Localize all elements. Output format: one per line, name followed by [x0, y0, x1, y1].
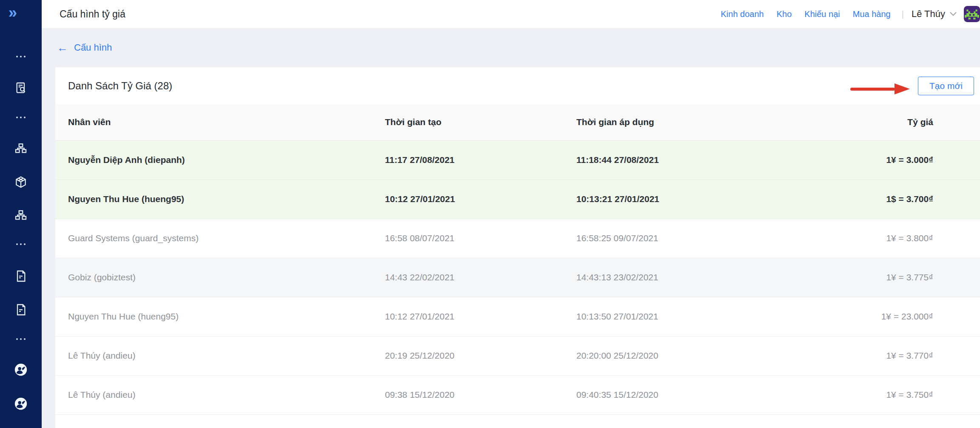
cell-applied: 10:13:50 27/01/2021: [576, 297, 802, 336]
cell-applied: 20:20:00 25/12/2020: [576, 336, 802, 375]
sidebar-item-box-icon[interactable]: [0, 173, 42, 191]
rates-table: Nhân viênThời gian tạoThời gian áp dụngT…: [55, 104, 980, 415]
cell-rate: 1¥ = 3.775₫: [802, 258, 980, 297]
sidebar-item-user-badge-icon[interactable]: [0, 394, 42, 413]
cell-created: 10:12 27/01/2021: [385, 297, 576, 336]
content-area: ← Cấu hình Danh Sách Tỷ Giá (28) Tạo mới…: [42, 28, 980, 428]
back-link-label: Cấu hình: [74, 42, 112, 53]
column-header: Nhân viên: [55, 104, 385, 140]
nav-link-kho[interactable]: Kho: [777, 9, 792, 19]
avatar[interactable]: [964, 6, 980, 22]
sidebar: »: [0, 0, 42, 428]
topbar: Cấu hình tỷ giá Kinh doanhKhoKhiếu nạiMu…: [42, 0, 980, 28]
top-nav: Kinh doanhKhoKhiếu nạiMua hàng: [721, 9, 891, 19]
nav-link-khiếu-nại[interactable]: Khiếu nại: [804, 9, 840, 19]
cell-applied: 14:43:13 23/02/2021: [576, 258, 802, 297]
nav-link-kinh-doanh[interactable]: Kinh doanh: [721, 9, 764, 19]
cell-created: 16:58 08/07/2021: [385, 219, 576, 258]
cell-created: 10:12 27/01/2021: [385, 180, 576, 219]
sidebar-item-file-search-icon[interactable]: [0, 79, 42, 97]
create-new-button[interactable]: Tạo mới: [918, 77, 974, 95]
sidebar-item-sitemap-icon[interactable]: [0, 139, 42, 158]
cell-employee: Lê Thúy (andieu): [55, 375, 385, 414]
card-title: Danh Sách Tỷ Giá (28): [68, 80, 172, 92]
cell-employee: Nguyễn Diệp Anh (diepanh): [55, 140, 385, 180]
sidebar-item-ellipsis-icon[interactable]: [0, 330, 42, 348]
column-header: Tỷ giá: [802, 104, 980, 140]
sidebar-expand-icon[interactable]: »: [9, 5, 17, 20]
column-header: Thời gian tạo: [385, 104, 576, 140]
table-row[interactable]: Nguyễn Diệp Anh (diepanh)11:17 27/08/202…: [55, 140, 980, 180]
cell-applied: 16:58:25 09/07/2021: [576, 219, 802, 258]
cell-employee: Nguyen Thu Hue (hueng95): [55, 297, 385, 336]
cell-employee: Lê Thúy (andieu): [55, 336, 385, 375]
annotation-red-arrow: [850, 83, 910, 94]
sidebar-item-ellipsis-icon[interactable]: [0, 235, 42, 254]
cell-employee: Guard Systems (guard_systems): [55, 219, 385, 258]
table-row[interactable]: Lê Thúy (andieu)09:38 15/12/202009:40:35…: [55, 375, 980, 414]
cell-rate: 1¥ = 3.800₫: [802, 219, 980, 258]
cell-rate: 1¥ = 23.000₫: [802, 297, 980, 336]
table-row[interactable]: Guard Systems (guard_systems)16:58 08/07…: [55, 219, 980, 258]
sidebar-item-file-icon[interactable]: [0, 300, 42, 319]
cell-created: 14:43 22/02/2021: [385, 258, 576, 297]
sidebar-item-file-icon[interactable]: [0, 267, 42, 285]
back-link[interactable]: ← Cấu hình: [57, 42, 112, 53]
cell-applied: 10:13:21 27/01/2021: [576, 180, 802, 219]
cell-employee: Gobiz (gobiztest): [55, 258, 385, 297]
cell-created: 09:38 15/12/2020: [385, 375, 576, 414]
nav-link-mua-hàng[interactable]: Mua hàng: [853, 9, 891, 19]
rates-card: Danh Sách Tỷ Giá (28) Tạo mới Nhân viênT…: [55, 67, 980, 428]
user-name: Lê Thúy: [912, 9, 945, 20]
column-header: Thời gian áp dụng: [576, 104, 802, 140]
chevron-down-icon: [949, 11, 957, 17]
cell-rate: 1¥ = 3.750₫: [802, 375, 980, 414]
table-row[interactable]: Nguyen Thu Hue (hueng95)10:12 27/01/2021…: [55, 180, 980, 219]
cell-rate: 1¥ = 3.770₫: [802, 336, 980, 375]
cell-created: 20:19 25/12/2020: [385, 336, 576, 375]
nav-divider: |: [902, 9, 904, 19]
cell-rate: 1¥ = 3.000₫: [802, 140, 980, 180]
cell-employee: Nguyen Thu Hue (hueng95): [55, 180, 385, 219]
back-arrow-icon: ←: [57, 42, 68, 53]
table-header-row: Nhân viênThời gian tạoThời gian áp dụngT…: [55, 104, 980, 140]
cell-applied: 09:40:35 15/12/2020: [576, 375, 802, 414]
sidebar-item-user-badge-icon[interactable]: [0, 360, 42, 379]
sidebar-item-ellipsis-icon[interactable]: [0, 47, 42, 66]
page-title: Cấu hình tỷ giá: [60, 9, 125, 20]
user-menu[interactable]: Lê Thúy: [912, 9, 957, 20]
sidebar-item-sitemap-icon[interactable]: [0, 206, 42, 225]
cell-rate: 1$ = 3.700₫: [802, 180, 980, 219]
cell-created: 11:17 27/08/2021: [385, 140, 576, 180]
cell-applied: 11:18:44 27/08/2021: [576, 140, 802, 180]
table-row[interactable]: Nguyen Thu Hue (hueng95)10:12 27/01/2021…: [55, 297, 980, 336]
table-row[interactable]: Gobiz (gobiztest)14:43 22/02/202114:43:1…: [55, 258, 980, 297]
table-row[interactable]: Lê Thúy (andieu)20:19 25/12/202020:20:00…: [55, 336, 980, 375]
sidebar-item-ellipsis-icon[interactable]: [0, 108, 42, 127]
